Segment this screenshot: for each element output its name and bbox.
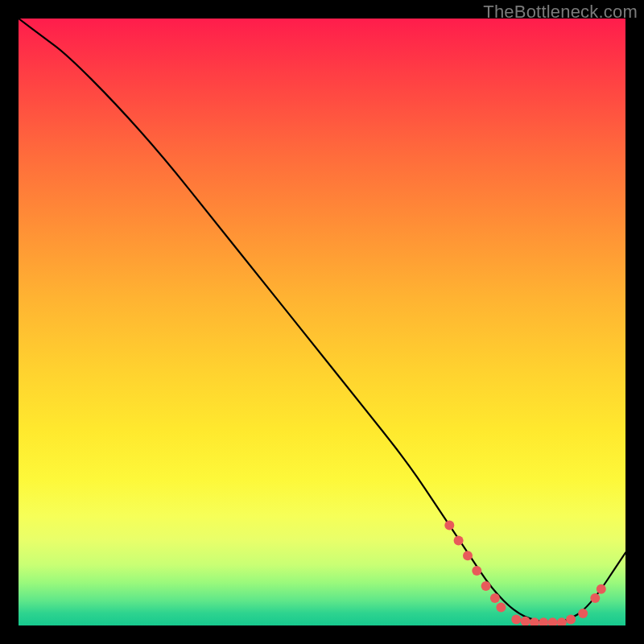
- watermark-text: TheBottleneck.com: [483, 2, 638, 23]
- plot-area: [19, 19, 625, 625]
- chart-stage: TheBottleneck.com: [0, 0, 644, 644]
